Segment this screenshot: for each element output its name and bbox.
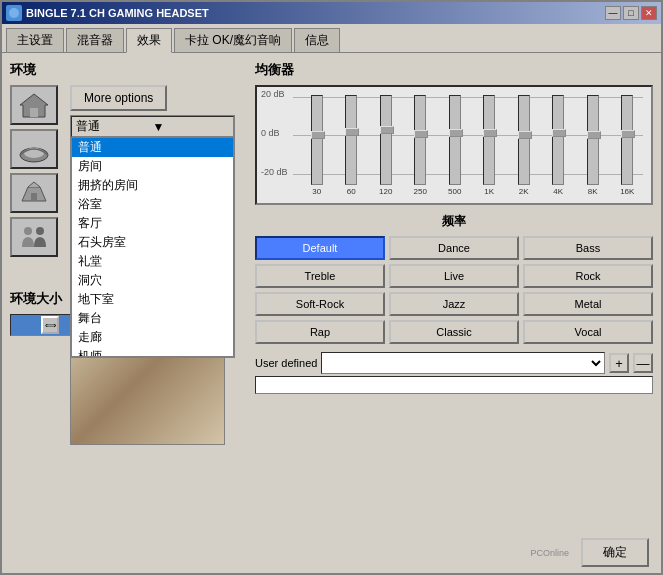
list-item[interactable]: 客厅 xyxy=(72,214,233,233)
freq-60: 60 xyxy=(336,187,368,196)
eq-slider-track[interactable] xyxy=(518,95,530,185)
eq-btn-metal[interactable]: Metal xyxy=(523,292,653,316)
list-item[interactable]: 舞台 xyxy=(72,309,233,328)
eq-band-1k xyxy=(474,95,506,185)
eq-band-2k xyxy=(508,95,540,185)
eq-btn-treble[interactable]: Treble xyxy=(255,264,385,288)
freq-8k: 8K xyxy=(577,187,609,196)
list-item[interactable]: 浴室 xyxy=(72,195,233,214)
eq-remove-button[interactable]: — xyxy=(633,353,653,373)
eq-slider-thumb[interactable] xyxy=(414,130,428,138)
eq-band-60 xyxy=(336,95,368,185)
eq-name-input[interactable] xyxy=(255,376,653,394)
eq-slider-thumb[interactable] xyxy=(449,129,463,137)
ok-button[interactable]: 确定 xyxy=(581,538,649,567)
eq-band-120 xyxy=(370,95,402,185)
watermark-text: PCOnline xyxy=(14,548,573,558)
freq-1k: 1K xyxy=(474,187,506,196)
eq-add-button[interactable]: + xyxy=(609,353,629,373)
eq-slider-thumb[interactable] xyxy=(621,130,635,138)
eq-btn-classic[interactable]: Classic xyxy=(389,320,519,344)
env-icon-stone[interactable] xyxy=(10,173,58,213)
eq-btn-softrock[interactable]: Soft-Rock xyxy=(255,292,385,316)
eq-slider-thumb[interactable] xyxy=(552,129,566,137)
eq-slider-track[interactable] xyxy=(587,95,599,185)
list-item[interactable]: 普通 xyxy=(72,138,233,157)
eq-slider-track[interactable] xyxy=(380,95,392,185)
tab-main-settings[interactable]: 主设置 xyxy=(6,28,64,52)
list-item[interactable]: 地下室 xyxy=(72,290,233,309)
eq-sliders-container xyxy=(301,95,643,185)
tab-effects[interactable]: 效果 xyxy=(126,28,172,53)
list-item[interactable]: 机师 xyxy=(72,347,233,357)
dropdown-arrow-icon: ▼ xyxy=(153,120,230,134)
eq-btn-default[interactable]: Default xyxy=(255,236,385,260)
eq-slider-track[interactable] xyxy=(621,95,633,185)
dropdown-selected-value: 普通 xyxy=(76,118,153,135)
freq-2k: 2K xyxy=(508,187,540,196)
eq-btn-rock[interactable]: Rock xyxy=(523,264,653,288)
eq-slider-track[interactable] xyxy=(414,95,426,185)
eq-slider-thumb[interactable] xyxy=(483,129,497,137)
eq-btn-live[interactable]: Live xyxy=(389,264,519,288)
eq-display: 20 dB 0 dB -20 dB xyxy=(255,85,653,205)
titlebar-left: BINGLE 7.1 CH GAMING HEADSET xyxy=(6,5,209,21)
tab-karaoke[interactable]: 卡拉 OK/魔幻音响 xyxy=(174,28,292,52)
eq-btn-dance[interactable]: Dance xyxy=(389,236,519,260)
list-item[interactable]: 礼堂 xyxy=(72,252,233,271)
list-item[interactable]: 石头房室 xyxy=(72,233,233,252)
user-defined-label: User defined xyxy=(255,357,317,369)
footer-bar: PCOnline 确定 xyxy=(2,534,661,573)
freq-250: 250 xyxy=(405,187,437,196)
tab-info[interactable]: 信息 xyxy=(294,28,340,52)
dropdown-list[interactable]: 普通 房间 拥挤的房间 浴室 客厅 石头房室 礼堂 洞穴 地下室 舞台 走廊 机… xyxy=(71,137,234,357)
svg-point-0 xyxy=(9,8,19,18)
slider-thumb[interactable]: ⟺ xyxy=(41,316,59,334)
list-item[interactable]: 拥挤的房间 xyxy=(72,176,233,195)
environment-dropdown[interactable]: 普通 ▼ 普通 房间 拥挤的房间 浴室 客厅 石头房室 礼堂 洞穴 地下室 舞台 xyxy=(70,115,235,358)
main-window: BINGLE 7.1 CH GAMING HEADSET — □ ✕ 主设置 混… xyxy=(0,0,663,575)
env-preview-image xyxy=(71,346,224,444)
eq-db-neg20: -20 dB xyxy=(261,167,288,177)
app-icon xyxy=(6,5,22,21)
right-panel: 均衡器 20 dB 0 dB -20 dB xyxy=(255,61,653,526)
eq-slider-track[interactable] xyxy=(345,95,357,185)
eq-slider-thumb[interactable] xyxy=(311,131,325,139)
window-title: BINGLE 7.1 CH GAMING HEADSET xyxy=(26,7,209,19)
eq-band-8k xyxy=(577,95,609,185)
equalizer-title: 均衡器 xyxy=(255,61,653,79)
env-icon-house[interactable] xyxy=(10,85,58,125)
minimize-button[interactable]: — xyxy=(605,6,621,20)
dropdown-header[interactable]: 普通 ▼ xyxy=(71,116,234,137)
more-options-button[interactable]: More options xyxy=(70,85,167,111)
list-item[interactable]: 洞穴 xyxy=(72,271,233,290)
close-button[interactable]: ✕ xyxy=(641,6,657,20)
window-controls: — □ ✕ xyxy=(605,6,657,20)
eq-slider-track[interactable] xyxy=(552,95,564,185)
freq-30: 30 xyxy=(301,187,333,196)
eq-slider-track[interactable] xyxy=(311,95,323,185)
eq-btn-vocal[interactable]: Vocal xyxy=(523,320,653,344)
eq-slider-thumb[interactable] xyxy=(380,126,394,134)
freq-120: 120 xyxy=(370,187,402,196)
eq-band-16k xyxy=(612,95,644,185)
eq-slider-thumb[interactable] xyxy=(518,131,532,139)
eq-band-500 xyxy=(439,95,471,185)
list-item[interactable]: 走廊 xyxy=(72,328,233,347)
maximize-button[interactable]: □ xyxy=(623,6,639,20)
svg-rect-2 xyxy=(30,108,38,117)
tab-mixer[interactable]: 混音器 xyxy=(66,28,124,52)
freq-title: 频率 xyxy=(255,213,653,230)
eq-preset-buttons: Default Dance Bass Treble Live Rock Soft… xyxy=(255,236,653,344)
eq-btn-jazz[interactable]: Jazz xyxy=(389,292,519,316)
list-item[interactable]: 房间 xyxy=(72,157,233,176)
eq-slider-thumb[interactable] xyxy=(345,128,359,136)
eq-slider-track[interactable] xyxy=(483,95,495,185)
eq-preset-select[interactable] xyxy=(321,352,605,374)
env-icon-stadium[interactable] xyxy=(10,129,58,169)
eq-btn-rap[interactable]: Rap xyxy=(255,320,385,344)
eq-slider-track[interactable] xyxy=(449,95,461,185)
eq-btn-bass[interactable]: Bass xyxy=(523,236,653,260)
env-icon-people[interactable] xyxy=(10,217,58,257)
eq-slider-thumb[interactable] xyxy=(587,131,601,139)
